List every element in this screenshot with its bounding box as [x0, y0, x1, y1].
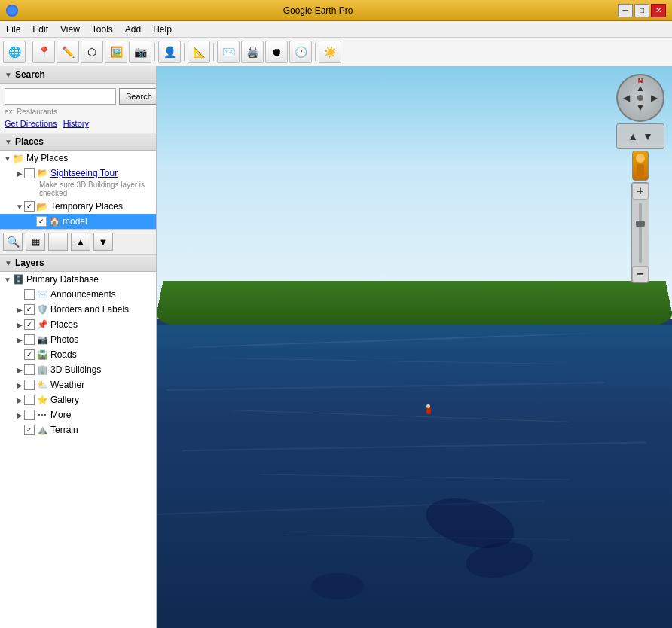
zoom-thumb[interactable] — [636, 221, 645, 227]
menu-tools[interactable]: Tools — [86, 23, 119, 36]
tree-item-model[interactable]: ✓ 🏠 model — [0, 214, 156, 229]
weather-checkbox[interactable] — [24, 380, 35, 390]
tree-item-3d-buildings[interactable]: ▶ 🏢 3D Buildings — [0, 362, 156, 377]
tree-item-more[interactable]: ▶ ⋯ More — [0, 407, 156, 422]
search-panel-button[interactable]: 🔍 — [3, 233, 23, 251]
announcements-checkbox[interactable] — [24, 289, 35, 300]
more-checkbox[interactable] — [24, 410, 35, 420]
compass-left-arrow[interactable]: ◀ — [623, 93, 630, 103]
overlay-button[interactable]: 🖼️ — [105, 41, 127, 63]
borders-checkbox[interactable]: ✓ — [24, 304, 35, 315]
sun-button[interactable]: ☀️ — [319, 41, 341, 63]
email-button[interactable]: ✉️ — [217, 41, 240, 63]
search-section-header[interactable]: ▼ Search — [0, 66, 156, 84]
compass[interactable]: N ▲ ◀ ▶ ▼ — [616, 74, 664, 122]
layers-panel-button[interactable]: ▦ — [26, 233, 45, 251]
show-history-button[interactable]: 🕐 — [289, 41, 312, 63]
tree-item-gallery[interactable]: ▶ ⭐ Gallery — [0, 392, 156, 407]
earth-toggle-button[interactable]: 🌐 — [3, 41, 26, 63]
close-button[interactable]: ✕ — [651, 4, 666, 17]
tree-item-terrain[interactable]: ✓ ⛰️ Terrain — [0, 422, 156, 437]
compass-up-arrow[interactable]: ▲ — [636, 84, 645, 93]
search-input[interactable] — [5, 88, 116, 105]
menu-add[interactable]: Add — [119, 23, 147, 36]
title-bar: Google Earth Pro ─ □ ✕ — [0, 0, 672, 21]
tilt-up-btn[interactable]: ▲ — [628, 130, 638, 142]
path-button[interactable]: ✏️ — [57, 41, 79, 63]
move-down-button[interactable]: ▼ — [93, 233, 113, 251]
zoom-track — [639, 203, 642, 263]
sightseeing-label[interactable]: Sightseeing Tour — [50, 168, 118, 178]
photos-label: Photos — [50, 334, 78, 345]
menu-file[interactable]: File — [0, 23, 26, 36]
measure-button[interactable]: 📐 — [188, 41, 210, 63]
tree-item-sightseeing[interactable]: ▶ 📂 Sightseeing Tour — [0, 166, 156, 181]
print-button[interactable]: 🖨️ — [241, 41, 264, 63]
roads-label: Roads — [50, 349, 77, 360]
buildings-label: 3D Buildings — [50, 364, 101, 375]
wave-3 — [167, 382, 605, 391]
tree-item-weather[interactable]: ▶ ⛅ Weather — [0, 377, 156, 392]
street-view-button[interactable]: 👤 — [158, 41, 181, 63]
announcements-icon: ✉️ — [36, 288, 48, 300]
get-directions-link[interactable]: Get Directions — [5, 119, 57, 128]
model-checkbox[interactable]: ✓ — [36, 216, 47, 227]
tree-item-temp-places[interactable]: ▼ ✓ 📂 Temporary Places — [0, 199, 156, 214]
tree-item-photos[interactable]: ▶ 📷 Photos — [0, 332, 156, 347]
move-up-button[interactable]: ▲ — [71, 233, 90, 251]
gallery-checkbox[interactable] — [24, 395, 35, 405]
tree-item-roads[interactable]: ✓ 🛣️ Roads — [0, 347, 156, 362]
record-button[interactable]: ⏺ — [265, 41, 288, 63]
water — [157, 325, 672, 628]
model-icon: 🏠 — [48, 215, 60, 227]
places-section-header[interactable]: ▼ Places — [0, 133, 156, 151]
placemark-button[interactable]: 📍 — [32, 41, 55, 63]
zoom-out-button[interactable]: − — [632, 266, 649, 282]
layers-section-header[interactable]: ▼ Layers — [0, 255, 156, 272]
tree-item-primary-db[interactable]: ▼ 🗄️ Primary Database — [0, 272, 156, 287]
photo-button[interactable]: 📷 — [129, 41, 151, 63]
sightseeing-folder-icon: 📂 — [36, 167, 48, 179]
minimize-button[interactable]: ─ — [618, 4, 633, 17]
buildings-icon: 🏢 — [36, 364, 48, 376]
compass-lr-row: ◀ ▶ — [623, 93, 658, 103]
sightseeing-checkbox[interactable] — [24, 168, 35, 178]
search-section-label: Search — [15, 69, 45, 80]
tree-item-borders[interactable]: ▶ ✓ 🛡️ Borders and Labels — [0, 302, 156, 317]
primary-db-label: Primary Database — [26, 274, 99, 285]
map-area[interactable]: N ▲ ◀ ▶ ▼ ▲ ▼ — [157, 66, 672, 628]
tree-item-places-layer[interactable]: ▶ ✓ 📌 Places — [0, 317, 156, 332]
history-link[interactable]: History — [63, 119, 89, 128]
search-arrow: ▼ — [5, 71, 12, 79]
search-button[interactable]: Search — [119, 88, 157, 105]
toolbar: 🌐 📍 ✏️ ⬡ 🖼️ 📷 👤 📐 ✉️ 🖨️ ⏺ 🕐 ☀️ — [0, 38, 672, 66]
tilt-down-btn[interactable]: ▼ — [643, 130, 653, 142]
roads-checkbox[interactable]: ✓ — [24, 349, 35, 360]
menu-help[interactable]: Help — [147, 23, 178, 36]
temp-places-checkbox[interactable]: ✓ — [24, 201, 35, 212]
tree-item-my-places[interactable]: ▼ 📁 My Places — [0, 151, 156, 166]
menu-edit[interactable]: Edit — [26, 23, 54, 36]
pegman-control[interactable] — [632, 151, 649, 181]
app-icon — [6, 5, 18, 17]
buildings-checkbox[interactable] — [24, 364, 35, 375]
navigation-controls: N ▲ ◀ ▶ ▼ ▲ ▼ — [616, 74, 664, 283]
zoom-in-button[interactable]: + — [632, 183, 649, 200]
compass-down-arrow[interactable]: ▼ — [636, 103, 645, 112]
compass-right-arrow[interactable]: ▶ — [651, 93, 658, 103]
terrain-checkbox[interactable]: ✓ — [24, 425, 35, 435]
menu-view[interactable]: View — [54, 23, 86, 36]
blank-button[interactable] — [48, 233, 68, 251]
places-layer-checkbox[interactable]: ✓ — [24, 319, 35, 330]
window-title: Google Earth Pro — [18, 5, 618, 16]
main-layout: ▼ Search Search ex: Restaurants Get Dire… — [0, 66, 672, 628]
polygon-button[interactable]: ⬡ — [81, 41, 103, 63]
compass-center[interactable] — [637, 95, 643, 101]
maximize-button[interactable]: □ — [634, 4, 649, 17]
tree-item-announcements[interactable]: ✉️ Announcements — [0, 287, 156, 302]
photos-checkbox[interactable] — [24, 334, 35, 345]
wave-2 — [208, 358, 569, 364]
places-layer-icon: 📌 — [36, 319, 48, 331]
my-places-label: My Places — [26, 153, 68, 163]
tilt-control[interactable]: ▲ ▼ — [616, 123, 664, 149]
